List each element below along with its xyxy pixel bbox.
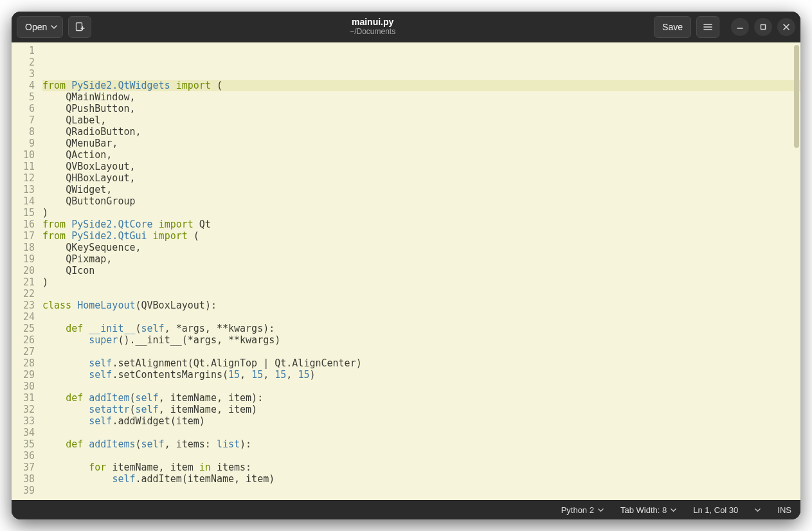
code-line[interactable] [42, 450, 800, 462]
svg-rect-1 [761, 24, 766, 29]
statusbar: Python 2 Tab Width: 8 Ln 1, Col 30 INS [12, 500, 800, 519]
code-line[interactable]: self.addWidget(item) [42, 415, 800, 427]
hamburger-icon [703, 22, 713, 32]
hamburger-menu-button[interactable] [696, 16, 719, 38]
code-line[interactable]: from PySide2.QtGui import ( [42, 230, 800, 242]
tab-width-label: Tab Width: 8 [620, 505, 667, 515]
code-line[interactable]: self.setAlignment(Qt.AlignTop | Qt.Align… [42, 357, 800, 369]
code-line[interactable]: QKeySequence, [42, 242, 800, 253]
code-line[interactable]: self.addItem(itemName, item) [42, 473, 800, 485]
code-line[interactable]: def addItems(self, items: list): [42, 438, 800, 450]
code-line[interactable] [42, 427, 800, 438]
code-line[interactable]: QMainWindow, [42, 91, 800, 103]
line-number: 29 [12, 369, 37, 381]
line-number: 28 [12, 357, 37, 369]
line-number: 13 [12, 184, 37, 195]
code-line[interactable] [42, 288, 800, 300]
line-number: 22 [12, 288, 37, 300]
code-line[interactable]: ) [42, 276, 800, 288]
code-line[interactable] [42, 311, 800, 323]
code-line[interactable]: super().__init__(*args, **kwargs) [42, 334, 800, 346]
code-line[interactable]: self.setContentsMargins(15, 15, 15, 15) [42, 369, 800, 381]
code-line[interactable]: QButtonGroup [42, 195, 800, 207]
title-block: mainui.py ~/Documents [96, 17, 649, 36]
line-number: 26 [12, 334, 37, 346]
line-number: 9 [12, 138, 37, 149]
line-number: 35 [12, 438, 37, 450]
headerbar: Open mainui.py ~/Documents Save [12, 12, 800, 42]
line-number: 39 [12, 485, 37, 496]
editor-window: Open mainui.py ~/Documents Save [12, 12, 800, 519]
svg-rect-0 [77, 22, 82, 30]
code-line[interactable]: class HomeLayout(QVBoxLayout): [42, 300, 800, 311]
line-number: 12 [12, 172, 37, 184]
line-number: 1 [12, 45, 37, 57]
insert-mode-toggle[interactable]: INS [777, 505, 791, 515]
code-line[interactable]: QWidget, [42, 184, 800, 195]
line-number: 20 [12, 265, 37, 276]
code-line[interactable] [42, 496, 800, 500]
line-number: 33 [12, 415, 37, 427]
line-number: 23 [12, 300, 37, 311]
line-number: 10 [12, 149, 37, 161]
scrollbar-thumb[interactable] [794, 45, 799, 148]
chevron-down-icon [671, 507, 676, 513]
line-number: 5 [12, 91, 37, 103]
code-line[interactable] [42, 346, 800, 357]
close-button[interactable] [777, 18, 795, 36]
goto-line-selector[interactable] [755, 507, 761, 513]
line-number: 15 [12, 207, 37, 219]
editor-area[interactable]: 1234567891011121314151617181920212223242… [12, 42, 800, 500]
code-line[interactable]: QLabel, [42, 114, 800, 126]
code-line[interactable]: QVBoxLayout, [42, 161, 800, 172]
code-content[interactable]: from PySide2.QtWidgets import ( QMainWin… [40, 42, 800, 500]
line-number-gutter: 1234567891011121314151617181920212223242… [12, 42, 40, 500]
tab-width-selector[interactable]: Tab Width: 8 [620, 505, 676, 515]
line-number: 19 [12, 253, 37, 265]
code-line[interactable]: QAction, [42, 149, 800, 161]
line-number: 18 [12, 242, 37, 253]
line-number: 31 [12, 392, 37, 404]
line-number: 34 [12, 427, 37, 438]
line-number: 25 [12, 323, 37, 334]
code-line[interactable]: def addItem(self, itemName, item): [42, 392, 800, 404]
line-number: 32 [12, 404, 37, 415]
code-line[interactable]: QMenuBar, [42, 138, 800, 149]
line-number: 38 [12, 473, 37, 485]
code-line[interactable]: from PySide2.QtCore import Qt [42, 219, 800, 230]
maximize-icon [759, 23, 767, 31]
minimize-icon [736, 23, 744, 31]
chevron-down-icon [755, 507, 761, 513]
code-line[interactable]: ) [42, 207, 800, 219]
minimize-button[interactable] [731, 18, 749, 36]
new-tab-button[interactable] [68, 16, 91, 38]
code-line[interactable] [42, 485, 800, 496]
line-number: 7 [12, 114, 37, 126]
language-label: Python 2 [561, 505, 594, 515]
close-icon [782, 23, 790, 31]
code-line[interactable]: QPushButton, [42, 103, 800, 114]
code-line[interactable]: setattr(self, itemName, item) [42, 404, 800, 415]
save-button[interactable]: Save [654, 16, 691, 38]
code-line[interactable]: QHBoxLayout, [42, 172, 800, 184]
code-line[interactable]: QRadioButton, [42, 126, 800, 138]
code-line[interactable]: def __init__(self, *args, **kwargs): [42, 323, 800, 334]
line-number: 2 [12, 57, 37, 68]
code-line[interactable]: QIcon [42, 265, 800, 276]
line-number: 3 [12, 68, 37, 80]
open-button-label: Open [25, 22, 47, 32]
line-number: 36 [12, 450, 37, 462]
code-line[interactable]: from PySide2.QtWidgets import ( [42, 80, 800, 91]
code-line[interactable] [42, 381, 800, 392]
line-number: 21 [12, 276, 37, 288]
language-selector[interactable]: Python 2 [561, 505, 604, 515]
code-line[interactable]: for itemName, item in items: [42, 462, 800, 473]
maximize-button[interactable] [754, 18, 772, 36]
code-line[interactable]: QPixmap, [42, 253, 800, 265]
line-number: 17 [12, 230, 37, 242]
line-number: 30 [12, 381, 37, 392]
line-number: 14 [12, 195, 37, 207]
line-number: 27 [12, 346, 37, 357]
open-button[interactable]: Open [17, 16, 63, 38]
line-number: 6 [12, 103, 37, 114]
